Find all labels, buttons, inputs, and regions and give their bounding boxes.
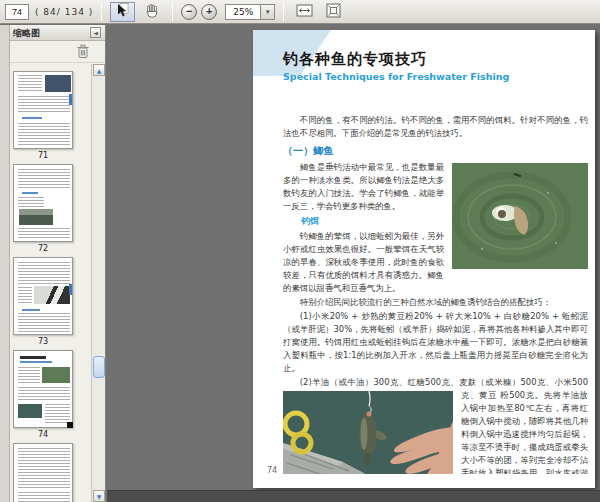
thumbnail-preview: [13, 443, 73, 502]
hand-tool-icon: [145, 3, 159, 21]
printed-page-number: 74: [267, 466, 277, 475]
pdf-reader-window: ( 84/ 134 ): [0, 0, 600, 502]
photo-fish-on-hook: [283, 391, 453, 474]
thumbnail-list: 71 72: [10, 64, 91, 502]
page-title: 钓各种鱼的专项技巧: [283, 50, 509, 69]
trash-icon: [76, 47, 90, 62]
thumb-photo-block: [34, 286, 70, 304]
thumb-photo-block: [19, 209, 53, 225]
toolbar-separator: [101, 3, 102, 21]
thumbnail-page-73[interactable]: 73: [13, 257, 73, 346]
thumbnail-page-label: 72: [13, 242, 73, 253]
thumbnail-page-74-current[interactable]: 74: [13, 350, 73, 439]
current-page-marker: [67, 422, 73, 428]
thumb-text-lines: [18, 387, 70, 401]
thumbnail-page-72[interactable]: 72: [13, 164, 73, 253]
thumb-heading-line: [22, 192, 38, 194]
thumb-edge-tab: [69, 94, 72, 105]
paragraph-text: 鲫鱼是垂钓活动中最常见，也是数量最多的一种淡水鱼类。所以鲫鱼钓法是绝大多数钓友的…: [283, 162, 444, 211]
fit-page-icon: [326, 3, 341, 21]
thumb-text-lines: [18, 96, 70, 114]
page-count-indicator: ( 84/ 134 ): [35, 7, 93, 17]
document-page: 钓各种鱼的专项技巧 Special Techniques for Freshwa…: [253, 30, 595, 488]
thumb-heading-line: [22, 117, 42, 119]
fit-page-button[interactable]: [321, 2, 346, 22]
thumb-text-lines: [18, 367, 40, 383]
thumb-text-lines: [18, 287, 32, 304]
thumb-photo-block: [18, 404, 42, 418]
thumb-text-lines: [18, 492, 70, 502]
paragraph-recipe2: (2)羊油（或牛油）300克、红糖500克、麦麸（或米糠）500克、小米500克…: [283, 376, 588, 474]
toolbar-separator: [172, 3, 173, 21]
zoom-level-combo: 25% ▾: [225, 4, 275, 20]
thumb-subtitle-line: [20, 361, 52, 363]
thumbnails-toolbar: [10, 41, 105, 63]
thumbnail-page-71[interactable]: 71: [13, 71, 73, 160]
thumb-text-lines: [18, 228, 70, 239]
zoom-in-button[interactable]: +: [201, 4, 217, 20]
paragraph-mix-intro: 特别介绍民间比较流行的三种自然水域的鲫鱼诱钓结合的搭配技巧：: [283, 296, 588, 309]
thumbnail-page-label: 71: [13, 149, 73, 160]
thumb-text-lines: [18, 123, 70, 146]
zoom-level-value[interactable]: 25%: [225, 4, 261, 20]
thumb-text-lines: [18, 313, 70, 332]
toolbar: ( 84/ 134 ): [0, 0, 600, 24]
thumb-text-lines: [18, 448, 70, 488]
thumbnail-page-75[interactable]: 75: [13, 443, 73, 502]
paragraph-recipe1: (1)小米20% + 炒熟的黄豆粉20% + 碎大米10% + 白砂糖20% +…: [283, 310, 588, 375]
zoom-out-button[interactable]: −: [181, 4, 197, 20]
thumbnails-panel: 缩略图 ◄: [10, 25, 106, 502]
thumb-text-lines: [18, 197, 44, 207]
horizontal-scroll-area[interactable]: [107, 490, 600, 502]
thumbnail-preview: [13, 164, 73, 242]
thumb-edge-tab: [69, 284, 72, 295]
thumbnail-scrollbar[interactable]: ▲ ▼: [91, 64, 105, 502]
thumbnail-page-label: 73: [13, 335, 73, 346]
zoom-dropdown-button[interactable]: ▾: [261, 4, 275, 20]
scroll-up-button[interactable]: ▲: [93, 64, 105, 76]
photo-fish-splash: [452, 163, 588, 269]
thumbnails-panel-header: 缩略图 ◄: [10, 25, 105, 41]
thumb-text-lines: [18, 75, 42, 92]
paragraph-jiyu: 鲫鱼是垂钓活动中最常见，也是数量最多的一种淡水鱼类。所以鲫鱼钓法是绝大多数钓友的…: [283, 161, 588, 213]
page-subtitle: Special Techniques for Freshwater Fishin…: [283, 71, 509, 82]
scroll-down-button[interactable]: ▼: [93, 490, 105, 502]
fit-width-icon: [296, 3, 313, 21]
thumbnail-page-label: 74: [13, 428, 73, 439]
thumb-text-lines: [18, 169, 70, 189]
page-title-block: 钓各种鱼的专项技巧 Special Techniques for Freshwa…: [283, 50, 509, 82]
panel-collapse-button[interactable]: ◄: [90, 27, 101, 38]
toolbar-separator: [283, 3, 284, 21]
scrollbar-thumb[interactable]: [93, 356, 105, 378]
section-heading: （一）鲫鱼: [283, 144, 588, 158]
thumb-heading-line: [22, 309, 40, 311]
fit-width-button[interactable]: [292, 2, 317, 22]
cursor-arrow-icon: [116, 3, 129, 21]
document-canvas[interactable]: 钓各种鱼的专项技巧 Special Techniques for Freshwa…: [107, 25, 600, 502]
thumbnail-preview: [13, 71, 73, 149]
select-tool-button[interactable]: [110, 2, 135, 22]
page-body: 不同的鱼，有不同的钓法。钓不同的鱼，需用不同的饵料。针对不同的鱼，钓法也不尽相同…: [283, 114, 588, 474]
thumb-title-line: [20, 356, 46, 359]
thumbnail-preview: [13, 350, 73, 428]
thumbnail-preview: [13, 257, 73, 335]
delete-page-button[interactable]: [75, 44, 91, 60]
thumb-text-lines: [18, 262, 70, 284]
hand-tool-button[interactable]: [139, 2, 164, 22]
thumb-photo-block: [45, 75, 71, 92]
thumb-photo-block: [42, 367, 70, 383]
panel-tab-strip[interactable]: [0, 25, 10, 502]
paragraph-intro: 不同的鱼，有不同的钓法。钓不同的鱼，需用不同的饵料。针对不同的鱼，钓法也不尽相同…: [283, 114, 588, 140]
page-number-input[interactable]: [5, 4, 29, 20]
